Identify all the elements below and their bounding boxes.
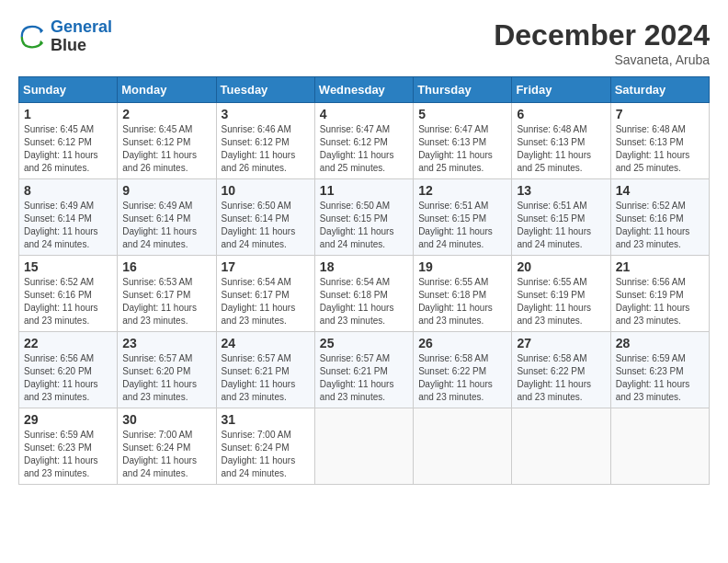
day-number: 16 — [122, 259, 210, 274]
day-number: 18 — [320, 259, 408, 274]
day-info: Sunrise: 6:52 AM Sunset: 6:16 PM Dayligh… — [24, 276, 112, 327]
day-info: Sunrise: 6:51 AM Sunset: 6:15 PM Dayligh… — [517, 200, 605, 251]
calendar-cell: 8 Sunrise: 6:49 AM Sunset: 6:14 PM Dayli… — [19, 179, 118, 256]
calendar-cell: 12 Sunrise: 6:51 AM Sunset: 6:15 PM Dayl… — [414, 179, 512, 256]
calendar-cell: 1 Sunrise: 6:45 AM Sunset: 6:12 PM Dayli… — [19, 103, 118, 179]
day-number: 23 — [122, 336, 210, 350]
weekday-header: Wednesday — [314, 77, 413, 103]
day-info: Sunrise: 6:57 AM Sunset: 6:21 PM Dayligh… — [222, 352, 310, 404]
day-number: 5 — [418, 107, 506, 121]
day-info: Sunrise: 6:57 AM Sunset: 6:20 PM Dayligh… — [122, 352, 210, 404]
calendar-cell: 21 Sunrise: 6:56 AM Sunset: 6:19 PM Dayl… — [610, 256, 709, 332]
calendar-week-row: 15 Sunrise: 6:52 AM Sunset: 6:16 PM Dayl… — [19, 256, 710, 332]
calendar-cell: 6 Sunrise: 6:48 AM Sunset: 6:13 PM Dayli… — [512, 103, 610, 179]
day-info: Sunrise: 6:55 AM Sunset: 6:18 PM Dayligh… — [418, 276, 506, 327]
calendar-cell: 23 Sunrise: 6:57 AM Sunset: 6:20 PM Dayl… — [118, 332, 216, 408]
day-info: Sunrise: 6:54 AM Sunset: 6:18 PM Dayligh… — [320, 276, 408, 327]
calendar-cell: 2 Sunrise: 6:45 AM Sunset: 6:12 PM Dayli… — [118, 103, 216, 179]
day-number: 8 — [24, 183, 112, 198]
day-number: 26 — [418, 336, 506, 350]
day-info: Sunrise: 6:45 AM Sunset: 6:12 PM Dayligh… — [122, 123, 210, 175]
day-info: Sunrise: 6:48 AM Sunset: 6:13 PM Dayligh… — [616, 123, 704, 175]
day-info: Sunrise: 6:48 AM Sunset: 6:13 PM Dayligh… — [517, 123, 605, 175]
calendar-cell: 15 Sunrise: 6:52 AM Sunset: 6:16 PM Dayl… — [19, 256, 118, 332]
day-info: Sunrise: 6:49 AM Sunset: 6:14 PM Dayligh… — [24, 200, 112, 251]
day-number: 15 — [24, 259, 112, 274]
day-info: Sunrise: 6:58 AM Sunset: 6:22 PM Dayligh… — [418, 352, 506, 404]
calendar-week-row: 29 Sunrise: 6:59 AM Sunset: 6:23 PM Dayl… — [19, 408, 710, 485]
day-info: Sunrise: 6:50 AM Sunset: 6:15 PM Dayligh… — [320, 200, 408, 251]
calendar-cell: 24 Sunrise: 6:57 AM Sunset: 6:21 PM Dayl… — [216, 332, 314, 408]
day-number: 13 — [517, 183, 605, 198]
day-info: Sunrise: 6:54 AM Sunset: 6:17 PM Dayligh… — [222, 276, 310, 327]
weekday-header: Saturday — [610, 77, 709, 103]
calendar-cell: 22 Sunrise: 6:56 AM Sunset: 6:20 PM Dayl… — [19, 332, 118, 408]
month-title: December 2024 — [494, 18, 710, 52]
day-number: 14 — [616, 183, 704, 198]
calendar-week-row: 8 Sunrise: 6:49 AM Sunset: 6:14 PM Dayli… — [19, 179, 710, 256]
calendar-cell: 14 Sunrise: 6:52 AM Sunset: 6:16 PM Dayl… — [610, 179, 709, 256]
calendar-week-row: 22 Sunrise: 6:56 AM Sunset: 6:20 PM Dayl… — [19, 332, 710, 408]
calendar-cell: 26 Sunrise: 6:58 AM Sunset: 6:22 PM Dayl… — [414, 332, 512, 408]
calendar-cell: 13 Sunrise: 6:51 AM Sunset: 6:15 PM Dayl… — [512, 179, 610, 256]
day-info: Sunrise: 6:56 AM Sunset: 6:19 PM Dayligh… — [616, 276, 704, 327]
day-number: 9 — [122, 183, 210, 198]
day-number: 31 — [222, 412, 310, 427]
day-info: Sunrise: 6:59 AM Sunset: 6:23 PM Dayligh… — [616, 352, 704, 404]
calendar-cell: 31 Sunrise: 7:00 AM Sunset: 6:24 PM Dayl… — [216, 408, 314, 485]
day-number: 30 — [122, 412, 210, 427]
day-number: 1 — [24, 107, 112, 121]
calendar-cell: 11 Sunrise: 6:50 AM Sunset: 6:15 PM Dayl… — [314, 179, 413, 256]
calendar-cell: 5 Sunrise: 6:47 AM Sunset: 6:13 PM Dayli… — [414, 103, 512, 179]
day-number: 2 — [122, 107, 210, 121]
calendar-cell — [314, 408, 413, 485]
day-number: 22 — [24, 336, 112, 350]
day-info: Sunrise: 6:58 AM Sunset: 6:22 PM Dayligh… — [517, 352, 605, 404]
day-number: 24 — [222, 336, 310, 350]
calendar-cell: 18 Sunrise: 6:54 AM Sunset: 6:18 PM Dayl… — [314, 256, 413, 332]
day-number: 7 — [616, 107, 704, 121]
weekday-header: Thursday — [414, 77, 512, 103]
day-info: Sunrise: 6:49 AM Sunset: 6:14 PM Dayligh… — [122, 200, 210, 251]
calendar-cell: 20 Sunrise: 6:55 AM Sunset: 6:19 PM Dayl… — [512, 256, 610, 332]
day-number: 3 — [222, 107, 310, 121]
day-number: 25 — [320, 336, 408, 350]
day-number: 20 — [517, 259, 605, 274]
day-info: Sunrise: 6:52 AM Sunset: 6:16 PM Dayligh… — [616, 200, 704, 251]
day-info: Sunrise: 6:45 AM Sunset: 6:12 PM Dayligh… — [24, 123, 112, 175]
weekday-header-row: SundayMondayTuesdayWednesdayThursdayFrid… — [19, 77, 710, 103]
calendar-cell: 16 Sunrise: 6:53 AM Sunset: 6:17 PM Dayl… — [118, 256, 216, 332]
day-info: Sunrise: 6:56 AM Sunset: 6:20 PM Dayligh… — [24, 352, 112, 404]
logo: General Blue — [18, 18, 112, 55]
day-info: Sunrise: 6:47 AM Sunset: 6:12 PM Dayligh… — [320, 123, 408, 175]
day-number: 29 — [24, 412, 112, 427]
day-info: Sunrise: 6:51 AM Sunset: 6:15 PM Dayligh… — [418, 200, 506, 251]
day-number: 27 — [517, 336, 605, 350]
calendar-cell — [414, 408, 512, 485]
calendar-cell — [610, 408, 709, 485]
weekday-header: Sunday — [19, 77, 118, 103]
day-info: Sunrise: 6:57 AM Sunset: 6:21 PM Dayligh… — [320, 352, 408, 404]
calendar-cell: 4 Sunrise: 6:47 AM Sunset: 6:12 PM Dayli… — [314, 103, 413, 179]
calendar-cell: 3 Sunrise: 6:46 AM Sunset: 6:12 PM Dayli… — [216, 103, 314, 179]
title-block: December 2024 Savaneta, Aruba — [494, 18, 710, 67]
weekday-header: Tuesday — [216, 77, 314, 103]
day-info: Sunrise: 7:00 AM Sunset: 6:24 PM Dayligh… — [122, 429, 210, 480]
day-info: Sunrise: 6:59 AM Sunset: 6:23 PM Dayligh… — [24, 429, 112, 480]
day-info: Sunrise: 6:47 AM Sunset: 6:13 PM Dayligh… — [418, 123, 506, 175]
calendar-cell: 25 Sunrise: 6:57 AM Sunset: 6:21 PM Dayl… — [314, 332, 413, 408]
calendar-cell: 9 Sunrise: 6:49 AM Sunset: 6:14 PM Dayli… — [118, 179, 216, 256]
calendar-cell — [512, 408, 610, 485]
day-number: 10 — [222, 183, 310, 198]
calendar-table: SundayMondayTuesdayWednesdayThursdayFrid… — [18, 76, 710, 485]
logo-icon — [18, 23, 46, 51]
calendar-cell: 27 Sunrise: 6:58 AM Sunset: 6:22 PM Dayl… — [512, 332, 610, 408]
calendar-cell: 10 Sunrise: 6:50 AM Sunset: 6:14 PM Dayl… — [216, 179, 314, 256]
day-info: Sunrise: 6:46 AM Sunset: 6:12 PM Dayligh… — [222, 123, 310, 175]
day-info: Sunrise: 7:00 AM Sunset: 6:24 PM Dayligh… — [222, 429, 310, 480]
page-header: General Blue December 2024 Savaneta, Aru… — [18, 18, 710, 67]
location-subtitle: Savaneta, Aruba — [494, 52, 710, 67]
day-number: 6 — [517, 107, 605, 121]
calendar-cell: 7 Sunrise: 6:48 AM Sunset: 6:13 PM Dayli… — [610, 103, 709, 179]
day-info: Sunrise: 6:50 AM Sunset: 6:14 PM Dayligh… — [222, 200, 310, 251]
